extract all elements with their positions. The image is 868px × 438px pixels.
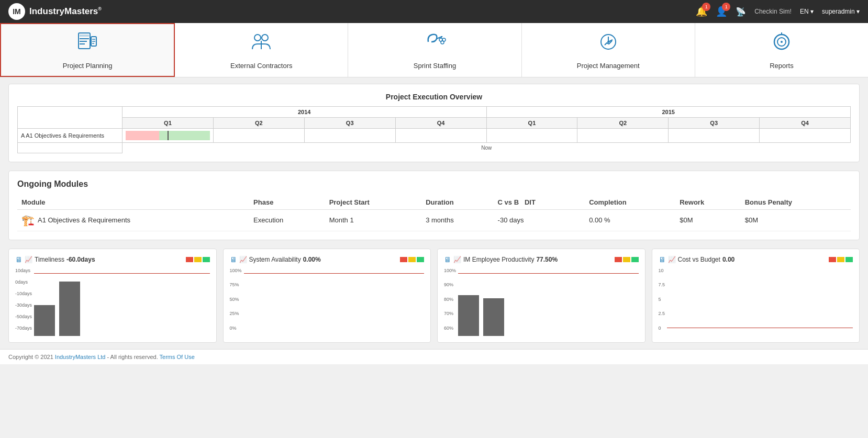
topnav-right: 🔔 1 👤 1 📡 Checkin Sim! EN ▾ superadmin ▾ <box>696 6 860 17</box>
tab-project-management-label: Project Management <box>577 62 640 70</box>
module-name[interactable]: A1 Objectives & Requirements <box>38 216 130 224</box>
y-label-3: 25% <box>230 311 242 316</box>
alert-badge-2[interactable]: 👤 1 <box>716 6 727 17</box>
y-label-4: 60% <box>444 325 456 331</box>
checkin-label[interactable]: Checkin Sim! <box>754 8 792 15</box>
y-label-4: -50days <box>15 314 32 319</box>
module-bonus-penalty: $0M <box>741 209 851 231</box>
chart-icon-sysavail: 📈 <box>239 256 247 263</box>
cost-color-bar <box>829 257 853 262</box>
tab-project-planning-label: Project Planning <box>63 62 113 70</box>
project-planning-icon <box>74 30 101 59</box>
emprod-y-labels: 100% 90% 80% 70% 60% <box>444 268 456 331</box>
q4-2015: Q4 <box>760 118 851 129</box>
timeliness-chart-area <box>34 268 209 336</box>
chart-icon-timeliness: 📈 <box>25 256 32 263</box>
y-label-0: 100% <box>444 268 456 273</box>
y-label-1: 7.5 <box>659 282 665 287</box>
rss-icon[interactable]: 📡 <box>736 7 746 17</box>
logo[interactable]: IM IndustryMasters® <box>8 3 102 20</box>
svg-rect-3 <box>80 41 87 42</box>
y-label-1: 0days <box>15 279 32 285</box>
tab-external-contractors[interactable]: External Contractors <box>175 23 348 77</box>
gantt-wrapper: 2014 2015 Q1 Q2 Q3 Q4 Q1 Q2 Q3 Q4 <box>17 106 851 153</box>
sysavail-color-bar <box>400 257 424 262</box>
footer-terms-link[interactable]: Terms Of Use <box>160 354 195 360</box>
color-green <box>417 257 424 262</box>
monitor-icon-sysavail: 🖥 <box>230 255 237 264</box>
metric-system-availability: 🖥 📈 System Availability 0.00% 100% 75% 5… <box>223 249 431 343</box>
y-label-4: 0% <box>230 325 242 331</box>
metric-timeliness-header: 🖥 📈 Timeliness -60.0days <box>15 255 210 264</box>
gantt-bar-inner <box>126 131 210 140</box>
col-completion: Completion <box>585 195 675 210</box>
svg-point-21 <box>781 41 783 43</box>
gantt-bar-red <box>126 131 159 140</box>
metric-employee-productivity: 🖥 📈 IM Employee Productivity 77.50% 100%… <box>437 249 646 343</box>
emprod-bar-2 <box>483 298 504 336</box>
tab-project-management[interactable]: Project Management <box>522 23 695 77</box>
gantt-table: 2014 2015 Q1 Q2 Q3 Q4 Q1 Q2 Q3 Q4 <box>17 106 851 153</box>
gantt-card: Project Execution Overview 2014 2015 Q1 … <box>8 84 860 162</box>
sysavail-label: System Availability <box>249 256 301 263</box>
timeliness-value: -60.0days <box>66 256 95 263</box>
col-cvb-dit: C vs B DIT <box>494 195 585 210</box>
gantt-row-label: A A1 Objectives & Requirements <box>18 129 123 143</box>
svg-rect-2 <box>80 38 89 39</box>
gantt-bar-q1 <box>123 129 214 143</box>
color-red <box>400 257 407 262</box>
reports-icon <box>769 30 795 59</box>
sysavail-chart-area <box>244 268 424 336</box>
chart-icon-emprod: 📈 <box>453 256 461 263</box>
timeliness-label: Timeliness <box>35 256 64 263</box>
svg-point-10 <box>262 35 268 41</box>
cost-red-line <box>667 328 853 328</box>
monitor-icon-emprod: 🖥 <box>444 255 451 264</box>
alert-badge-1[interactable]: 🔔 1 <box>696 6 707 17</box>
module-phase: Execution <box>249 209 325 231</box>
emprod-color-bar <box>615 257 639 262</box>
project-management-icon <box>595 30 621 59</box>
emprod-label: IM Employee Productivity <box>463 256 534 263</box>
y-label-5: -70days <box>15 325 32 331</box>
y-label-2: -10days <box>15 291 32 296</box>
y-label-4: 0 <box>659 325 665 331</box>
gantt-title: Project Execution Overview <box>17 93 851 101</box>
q1-2014: Q1 <box>123 118 214 129</box>
metric-cost-vs-budget-header: 🖥 📈 Cost vs Budget 0.00 <box>659 255 853 264</box>
module-duration: 3 months <box>421 209 493 231</box>
module-cvb-dit: -30 days <box>494 209 585 231</box>
module-cell: 🏗️ A1 Objectives & Requirements <box>17 209 249 231</box>
color-red <box>615 257 622 262</box>
tab-project-planning[interactable]: Project Planning <box>0 23 175 77</box>
metrics-row: 🖥 📈 Timeliness -60.0days 10days 0days -1… <box>8 249 860 343</box>
gantt-bar-green <box>159 131 210 140</box>
tab-reports[interactable]: Reports <box>695 23 868 77</box>
q2-2014: Q2 <box>213 118 304 129</box>
module-completion: 0.00 % <box>585 209 675 231</box>
lang-selector[interactable]: EN ▾ <box>800 8 814 15</box>
q3-2014: Q3 <box>304 118 395 129</box>
color-green <box>631 257 639 262</box>
external-contractors-icon <box>248 30 274 59</box>
footer-copyright: Copyright © 2021 <box>8 354 53 360</box>
timeliness-bar-2 <box>59 282 80 336</box>
col-project-start: Project Start <box>325 195 422 210</box>
footer-separator: - All rights reserved. <box>107 354 158 360</box>
color-yellow <box>623 257 630 262</box>
timeliness-red-line <box>34 273 209 274</box>
top-nav: IM IndustryMasters® 🔔 1 👤 1 📡 Checkin Si… <box>0 0 868 23</box>
main-content: Project Execution Overview 2014 2015 Q1 … <box>0 77 868 349</box>
year-2015: 2015 <box>486 107 851 118</box>
y-label-2: 5 <box>659 297 665 302</box>
table-row: 🏗️ A1 Objectives & Requirements Executio… <box>17 209 851 231</box>
metric-employee-productivity-header: 🖥 📈 IM Employee Productivity 77.50% <box>444 255 639 264</box>
tab-sprint-staffing[interactable]: Sprint Staffing <box>348 23 521 77</box>
footer-company-link[interactable]: IndustryMasters Ltd <box>55 354 106 360</box>
col-rework: Rework <box>675 195 741 210</box>
user-menu[interactable]: superadmin ▾ <box>822 8 860 15</box>
y-label-3: 70% <box>444 311 456 316</box>
color-green <box>845 257 853 262</box>
color-yellow <box>194 257 202 262</box>
y-label-3: 2.5 <box>659 311 665 316</box>
